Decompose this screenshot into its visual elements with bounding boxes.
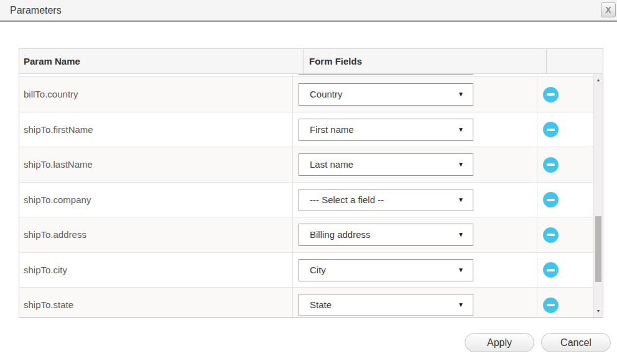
param-name-text: shipTo.city [24, 265, 67, 275]
action-cell [537, 217, 593, 252]
grid-body: billTo.country Country ▼ shipTo.firstNam… [19, 74, 593, 317]
table-row: billTo.country Country ▼ [19, 77, 593, 112]
header-actions-filler [546, 49, 603, 73]
header-param-name: Param Name [19, 49, 303, 73]
grid-scrollbar[interactable]: ▲ ▼ [593, 74, 603, 317]
minus-icon [547, 129, 555, 131]
minus-icon [547, 93, 555, 96]
param-name-text: shipTo.lastName [24, 159, 93, 170]
param-name-cell: shipTo.address [19, 217, 293, 252]
chevron-down-icon: ▼ [458, 154, 464, 175]
grid-rows: billTo.country Country ▼ shipTo.firstNam… [19, 77, 593, 317]
form-field-select[interactable]: City ▼ [299, 259, 473, 281]
table-row: shipTo.address Billing address ▼ [19, 217, 593, 253]
table-row: shipTo.firstName First name ▼ [19, 112, 593, 148]
action-cell [537, 183, 593, 217]
header-form-fields: Form Fields [303, 49, 546, 73]
apply-button[interactable]: Apply [465, 333, 534, 352]
action-cell [537, 288, 593, 317]
chevron-down-icon: ▼ [458, 294, 464, 316]
form-field-cell: Country ▼ [293, 77, 537, 112]
param-name-text: shipTo.address [24, 229, 86, 240]
remove-row-button[interactable] [543, 298, 559, 313]
parameters-dialog: Parameters X Param Name Form Fields bill… [0, 0, 617, 364]
form-field-select[interactable]: Last name ▼ [299, 153, 473, 176]
scroll-up-button[interactable]: ▲ [594, 76, 603, 84]
remove-row-button[interactable] [543, 87, 559, 102]
form-field-value: State [310, 299, 332, 310]
form-field-cell: Last name ▼ [293, 147, 537, 182]
form-field-select[interactable]: Country ▼ [299, 83, 473, 106]
chevron-down-icon: ▼ [458, 84, 464, 105]
form-field-cell: State ▼ [293, 288, 537, 317]
cancel-button[interactable]: Cancel [541, 333, 611, 352]
param-name-text: shipTo.company [24, 194, 91, 205]
minus-icon [547, 163, 555, 166]
chevron-down-icon: ▼ [458, 260, 464, 281]
param-name-cell: billTo.country [19, 77, 293, 112]
parameters-grid: Param Name Form Fields billTo.country Co… [19, 48, 603, 318]
form-field-value: Billing address [310, 229, 371, 240]
form-field-select[interactable]: State ▼ [299, 294, 473, 316]
remove-row-button[interactable] [543, 227, 559, 243]
remove-row-button[interactable] [543, 122, 559, 137]
form-field-value: First name [310, 124, 354, 135]
table-row: shipTo.company --- Select a field -- ▼ [19, 183, 593, 218]
close-button[interactable]: X [601, 2, 616, 17]
param-name-cell: shipTo.company [19, 183, 293, 217]
chevron-down-icon: ▼ [458, 189, 464, 211]
form-field-select[interactable]: Billing address ▼ [299, 224, 473, 246]
dialog-title: Parameters [10, 0, 62, 20]
param-name-cell: shipTo.city [19, 253, 293, 288]
form-field-value: Last name [310, 159, 353, 170]
chevron-down-icon: ▼ [458, 119, 464, 140]
remove-row-button[interactable] [543, 192, 559, 207]
scroll-thumb[interactable] [595, 216, 601, 282]
form-field-value: --- Select a field -- [310, 194, 384, 205]
param-name-cell: shipTo.firstName [19, 112, 293, 147]
minus-icon [547, 304, 555, 306]
remove-row-button[interactable] [543, 262, 559, 278]
remove-row-button[interactable] [543, 157, 559, 173]
minus-icon [547, 234, 555, 236]
param-name-text: billTo.country [24, 89, 78, 99]
action-cell [537, 77, 593, 112]
action-cell [537, 112, 593, 147]
dialog-titlebar: Parameters [0, 0, 617, 22]
table-row: shipTo.city City ▼ [19, 253, 593, 288]
grid-header: Param Name Form Fields [19, 49, 603, 74]
action-cell [537, 253, 593, 288]
form-field-cell: Billing address ▼ [293, 217, 537, 252]
form-field-cell: City ▼ [293, 253, 537, 288]
form-field-cell: First name ▼ [293, 112, 537, 147]
param-name-text: shipTo.firstName [24, 124, 93, 135]
close-icon: X [601, 3, 615, 17]
minus-icon [547, 199, 555, 201]
param-name-text: shipTo.state [24, 299, 73, 310]
table-row: shipTo.state State ▼ [19, 288, 593, 317]
param-name-cell: shipTo.lastName [19, 147, 293, 182]
form-field-value: Country [310, 89, 343, 99]
form-field-select[interactable]: First name ▼ [299, 119, 473, 141]
clipped-select-bottom [299, 74, 473, 75]
action-cell [537, 147, 593, 182]
param-name-cell: shipTo.state [19, 288, 293, 317]
form-field-value: City [310, 265, 326, 275]
minus-icon [547, 269, 555, 271]
table-row: shipTo.lastName Last name ▼ [19, 147, 593, 183]
form-field-cell: --- Select a field -- ▼ [293, 183, 537, 217]
scroll-down-button[interactable]: ▼ [594, 307, 603, 315]
form-field-select[interactable]: --- Select a field -- ▼ [299, 189, 473, 211]
chevron-down-icon: ▼ [458, 224, 464, 245]
